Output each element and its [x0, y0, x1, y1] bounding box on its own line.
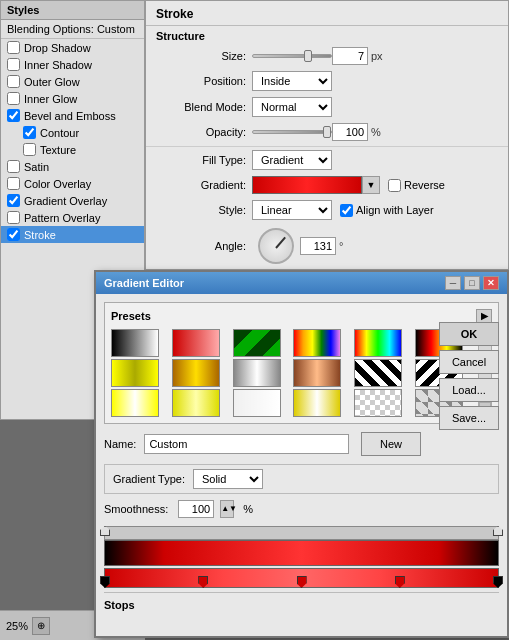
smoothness-stepper[interactable]: ▲▼: [220, 500, 234, 518]
drop-shadow-checkbox[interactable]: [7, 41, 20, 54]
opacity-input[interactable]: [332, 123, 368, 141]
preset-spectrum[interactable]: [354, 329, 402, 357]
opacity-stops-bar: [104, 526, 499, 540]
blending-options-label: Blending Options: Custom: [1, 20, 144, 39]
angle-dial[interactable]: [258, 228, 294, 264]
titlebar-controls: ─ □ ✕: [445, 276, 499, 290]
style-item-color-overlay[interactable]: Color Overlay: [1, 175, 144, 192]
preset-green-stripe[interactable]: [233, 329, 281, 357]
gradient-dropdown-arrow[interactable]: ▼: [362, 176, 380, 194]
inner-glow-label: Inner Glow: [24, 93, 77, 105]
preset-rainbow[interactable]: [293, 329, 341, 357]
maximize-button[interactable]: □: [464, 276, 480, 290]
preset-transparent-white[interactable]: [233, 389, 281, 417]
cancel-button[interactable]: Cancel: [439, 350, 499, 374]
preset-bw-stripe[interactable]: [354, 359, 402, 387]
smoothness-unit: %: [243, 503, 253, 515]
style-item-contour[interactable]: Contour: [1, 124, 144, 141]
gradient-overlay-label: Gradient Overlay: [24, 195, 107, 207]
satin-checkbox[interactable]: [7, 160, 20, 173]
smoothness-label: Smoothness:: [104, 503, 168, 515]
presets-list: [111, 329, 474, 417]
texture-checkbox[interactable]: [23, 143, 36, 156]
preset-gold[interactable]: [172, 359, 220, 387]
gradient-type-select[interactable]: Solid Noise: [193, 469, 263, 489]
preset-yellow4[interactable]: [172, 389, 220, 417]
preset-copper[interactable]: [293, 359, 341, 387]
reverse-label: Reverse: [388, 179, 445, 192]
preset-silver[interactable]: [233, 359, 281, 387]
smoothness-input[interactable]: [178, 500, 214, 518]
color-stop-2[interactable]: [198, 576, 208, 588]
style-item-pattern-overlay[interactable]: Pattern Overlay: [1, 209, 144, 226]
preset-yellow5[interactable]: [293, 389, 341, 417]
preset-yellow-stripe[interactable]: [111, 359, 159, 387]
style-item-stroke[interactable]: Stroke: [1, 226, 144, 243]
styles-panel-header: Styles: [1, 1, 144, 20]
inner-shadow-label: Inner Shadow: [24, 59, 92, 71]
name-input[interactable]: [144, 434, 349, 454]
reverse-checkbox[interactable]: [388, 179, 401, 192]
gradient-preview[interactable]: [252, 176, 362, 194]
style-item-inner-shadow[interactable]: Inner Shadow: [1, 56, 144, 73]
fill-type-select[interactable]: Color Gradient Pattern: [252, 150, 332, 170]
stroke-title: Stroke: [146, 1, 508, 26]
styles-panel-title: Styles: [7, 4, 39, 16]
style-item-outer-glow[interactable]: Outer Glow: [1, 73, 144, 90]
preset-black-white[interactable]: [111, 329, 159, 357]
color-stop-3[interactable]: [297, 576, 307, 588]
zoom-icon[interactable]: ⊕: [32, 617, 50, 635]
style-item-bevel-emboss[interactable]: Bevel and Emboss: [1, 107, 144, 124]
style-item-inner-glow[interactable]: Inner Glow: [1, 90, 144, 107]
satin-label: Satin: [24, 161, 49, 173]
presets-label: Presets: [111, 310, 151, 322]
close-button[interactable]: ✕: [483, 276, 499, 290]
gradient-editor-content: Presets ▶: [96, 294, 507, 619]
color-stop-4[interactable]: [395, 576, 405, 588]
size-slider[interactable]: [252, 54, 332, 58]
size-input[interactable]: [332, 47, 368, 65]
color-stop-1[interactable]: [100, 576, 110, 588]
outer-glow-checkbox[interactable]: [7, 75, 20, 88]
style-item-gradient-overlay[interactable]: Gradient Overlay: [1, 192, 144, 209]
angle-row: Angle: °: [146, 223, 508, 269]
new-button[interactable]: New: [361, 432, 421, 456]
color-stop-5[interactable]: [493, 576, 503, 588]
inner-shadow-checkbox[interactable]: [7, 58, 20, 71]
style-select[interactable]: Linear Radial Angle: [252, 200, 332, 220]
gradient-overlay-checkbox[interactable]: [7, 194, 20, 207]
opacity-slider[interactable]: [252, 130, 332, 134]
stroke-checkbox[interactable]: [7, 228, 20, 241]
size-label: Size:: [156, 50, 246, 62]
preset-yellow3[interactable]: [111, 389, 159, 417]
minimize-button[interactable]: ─: [445, 276, 461, 290]
pattern-overlay-checkbox[interactable]: [7, 211, 20, 224]
save-button[interactable]: Save...: [439, 406, 499, 430]
color-stops-bar: [104, 568, 499, 588]
load-button[interactable]: Load...: [439, 378, 499, 402]
opacity-stop-left[interactable]: [100, 526, 110, 536]
zoom-level: 25%: [6, 620, 28, 632]
blend-mode-select[interactable]: Normal Multiply Screen: [252, 97, 332, 117]
angle-label: Angle:: [156, 240, 246, 252]
inner-glow-checkbox[interactable]: [7, 92, 20, 105]
style-item-texture[interactable]: Texture: [1, 141, 144, 158]
opacity-stop-right[interactable]: [493, 526, 503, 536]
style-item-drop-shadow[interactable]: Drop Shadow: [1, 39, 144, 56]
preset-checkered[interactable]: [354, 389, 402, 417]
preset-red-dark[interactable]: [172, 329, 220, 357]
align-layer-checkbox[interactable]: [340, 204, 353, 217]
color-overlay-checkbox[interactable]: [7, 177, 20, 190]
style-item-satin[interactable]: Satin: [1, 158, 144, 175]
contour-checkbox[interactable]: [23, 126, 36, 139]
presets-menu-button[interactable]: ▶: [476, 309, 492, 323]
angle-input[interactable]: [300, 237, 336, 255]
position-select[interactable]: Inside Outside Center: [252, 71, 332, 91]
reverse-text: Reverse: [404, 179, 445, 191]
fill-type-row: Fill Type: Color Gradient Pattern: [146, 146, 508, 173]
stroke-label: Stroke: [24, 229, 56, 241]
bevel-emboss-checkbox[interactable]: [7, 109, 20, 122]
opacity-row: Opacity: %: [146, 120, 508, 144]
presets-wrapper: ▲ ▼: [111, 329, 492, 417]
ok-button[interactable]: OK: [439, 322, 499, 346]
